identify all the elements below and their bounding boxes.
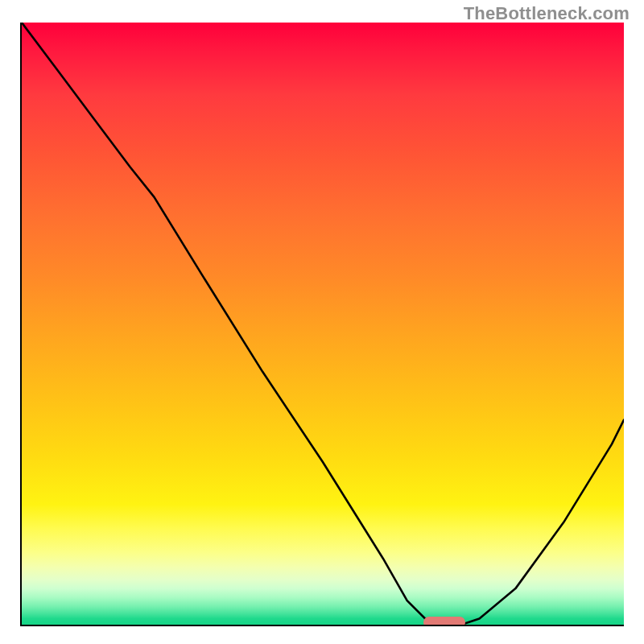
plot-area <box>20 23 624 626</box>
line-curve <box>22 23 624 625</box>
chart-container: TheBottleneck.com <box>0 0 644 644</box>
watermark-text: TheBottleneck.com <box>464 3 630 24</box>
curve-path <box>22 23 624 625</box>
minimum-marker <box>423 617 465 626</box>
